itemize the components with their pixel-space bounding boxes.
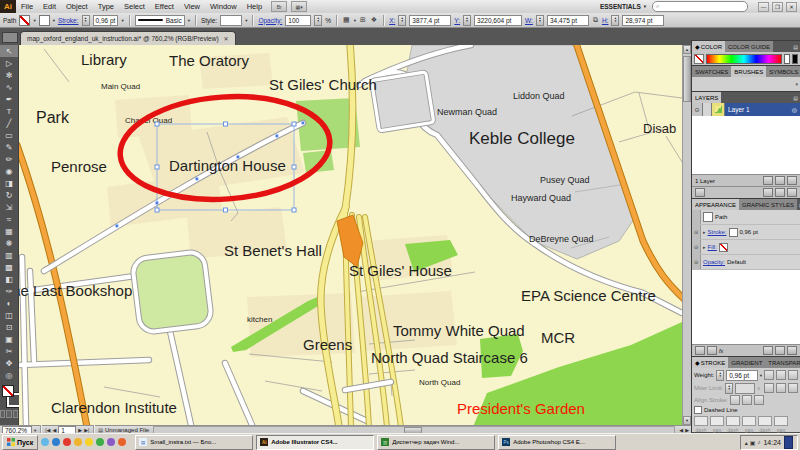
park-ring-road[interactable] [132, 251, 212, 333]
trash-icon[interactable] [787, 346, 797, 355]
effects-fx-icon[interactable]: fx [719, 348, 723, 354]
menu-window[interactable]: Window [205, 0, 242, 13]
tab-layers[interactable]: LAYERS [692, 92, 721, 103]
scale-tool[interactable]: ⇲ [0, 201, 18, 213]
visibility-eye-icon[interactable]: ⊙ [692, 255, 701, 269]
brush-definition-field[interactable]: Basic [135, 15, 185, 26]
tray-icon-1[interactable]: ▴ [745, 439, 748, 446]
tab-color-guide[interactable]: COLOR GUIDE [725, 41, 773, 52]
layer-name[interactable]: Layer 1 [725, 106, 792, 113]
align-outside-button[interactable] [754, 395, 764, 405]
artboard-tool[interactable]: ▣ [0, 333, 18, 345]
tab-graphic-styles[interactable]: GRAPHIC STYLES [739, 199, 797, 210]
gradient-tool[interactable]: ◧ [0, 273, 18, 285]
appearance-fill-row[interactable]: ⊙ ▸ Fill: [692, 240, 800, 255]
scroll-arrow-icon[interactable]: ▾ [795, 81, 798, 87]
clipping-mask-icon[interactable] [695, 188, 705, 197]
draw-inside-button[interactable] [13, 410, 18, 418]
tab-gradient[interactable]: GRADIENT [728, 357, 765, 368]
duplicate-icon[interactable] [775, 346, 785, 355]
new-sublayer-icon[interactable] [763, 188, 773, 197]
style-field[interactable] [220, 15, 242, 26]
close-button[interactable]: ✕ [786, 2, 797, 12]
quicklaunch-icon-6[interactable] [96, 438, 104, 446]
menu-effect[interactable]: Effect [150, 0, 179, 13]
gap-field[interactable] [774, 416, 788, 426]
new-layer-icon[interactable] [775, 188, 785, 197]
fill-stroke-control[interactable] [0, 383, 18, 407]
column-graph-tool[interactable]: ▥ [0, 249, 18, 261]
visibility-eye-icon[interactable]: ⊙ [692, 103, 703, 116]
stroke-link[interactable]: Stroke: [708, 229, 727, 235]
tab-color[interactable]: ◆COLOR [692, 41, 725, 52]
magic-wand-tool[interactable]: ✻ [0, 69, 18, 81]
quicklaunch-icon-2[interactable] [52, 438, 60, 446]
appearance-item-row[interactable]: Path [692, 210, 800, 225]
selection-tool[interactable]: ↖ [0, 45, 18, 57]
delete-layer-icon[interactable] [787, 188, 797, 197]
cap-butt-button[interactable] [764, 370, 774, 380]
task-button-1[interactable]: ▤Small_instra.txt — Бло... [135, 435, 253, 450]
tab-swatches[interactable]: SWATCHES [692, 66, 731, 77]
vertical-scrollbar[interactable]: ▲ ▼ [682, 45, 691, 425]
menu-view[interactable]: View [179, 0, 205, 13]
panel-menu-icon[interactable]: ▤ [791, 92, 800, 103]
w-stepper[interactable]: ▲▼ [536, 15, 544, 26]
chevron-down-icon[interactable]: ▾ [121, 18, 123, 23]
lasso-tool[interactable]: ∿ [0, 81, 18, 93]
chevron-down-icon[interactable]: ▾ [33, 18, 35, 23]
constrain-proportions-icon[interactable]: ⧉ [592, 16, 599, 24]
search-box[interactable]: ⌕ [652, 1, 748, 12]
task-button-4[interactable]: PsAdobe Photoshop CS4 E... [498, 435, 616, 450]
expand-arrow-icon[interactable]: ▸ [703, 229, 706, 235]
cap-projecting-button[interactable] [788, 370, 798, 380]
new-fill-icon[interactable] [707, 346, 717, 355]
black-swatch[interactable] [792, 54, 798, 64]
gap-field[interactable] [710, 416, 724, 426]
paintbrush-tool[interactable]: ✎ [0, 141, 18, 153]
chevron-down-icon[interactable]: ▾ [245, 18, 247, 23]
flatten-icon[interactable] [763, 176, 773, 185]
quicklaunch-icon-5[interactable] [85, 438, 93, 446]
fill-swatch[interactable] [19, 15, 30, 26]
join-round-button[interactable] [776, 383, 786, 393]
zoom-tool[interactable]: ◎ [0, 369, 18, 381]
menu-object[interactable]: Object [61, 0, 93, 13]
isolate-icon[interactable]: ❖ [370, 16, 378, 24]
dash-field[interactable] [758, 416, 772, 426]
rectangle-tool[interactable]: ▭ [0, 129, 18, 141]
x-field[interactable]: 3877,4 pt [409, 15, 451, 26]
quicklaunch-icon-1[interactable] [41, 438, 49, 446]
tab-stroke[interactable]: ◆STROKE [692, 357, 728, 368]
menu-file[interactable]: File [16, 0, 38, 13]
join-miter-button[interactable] [764, 383, 774, 393]
symbol-sprayer-tool[interactable]: ❋ [0, 237, 18, 249]
live-paint-selection-tool[interactable]: ⊡ [0, 321, 18, 333]
weight-field[interactable]: 0,96 pt [726, 370, 758, 381]
appearance-stroke-row[interactable]: ⊙ ▸ Stroke: 0,96 pt [692, 225, 800, 240]
join-bevel-button[interactable] [788, 383, 798, 393]
transform-grid-icon[interactable]: ▦ [342, 16, 351, 24]
tab-transparency[interactable]: TRANSPAR [765, 357, 800, 368]
chevron-down-icon[interactable]: ▾ [354, 18, 356, 23]
h-stepper[interactable]: ▲▼ [611, 15, 619, 26]
target-circle-icon[interactable]: ◎ [792, 106, 800, 113]
chevron-down-icon[interactable]: ▾ [34, 428, 36, 433]
y-stepper[interactable]: ▲▼ [463, 15, 471, 26]
align-icon[interactable]: ⊞ [359, 16, 367, 24]
stroke-swatch[interactable] [39, 15, 50, 26]
workspace-switcher[interactable]: ESSENTIALS ▾ [594, 3, 652, 10]
color-spectrum-bar[interactable] [706, 54, 782, 64]
free-transform-tool[interactable]: ▦ [0, 225, 18, 237]
visibility-eye-icon[interactable]: ⊙ [692, 240, 701, 254]
mesh-tool[interactable]: ▩ [0, 261, 18, 273]
clear-appearance-icon[interactable] [763, 346, 773, 355]
quicklaunch-icon-3[interactable] [63, 438, 71, 446]
search-input[interactable] [661, 3, 744, 10]
miter-stepper[interactable]: ▲▼ [725, 383, 733, 394]
layer-row[interactable]: ⊙ Layer 1 ◎ [692, 103, 800, 116]
eyedropper-tool[interactable]: ✑ [0, 285, 18, 297]
merge-icon[interactable] [775, 176, 785, 185]
panel-menu-icon[interactable]: ▤ [791, 41, 800, 52]
h-field[interactable]: 28,974 pt [622, 15, 664, 26]
